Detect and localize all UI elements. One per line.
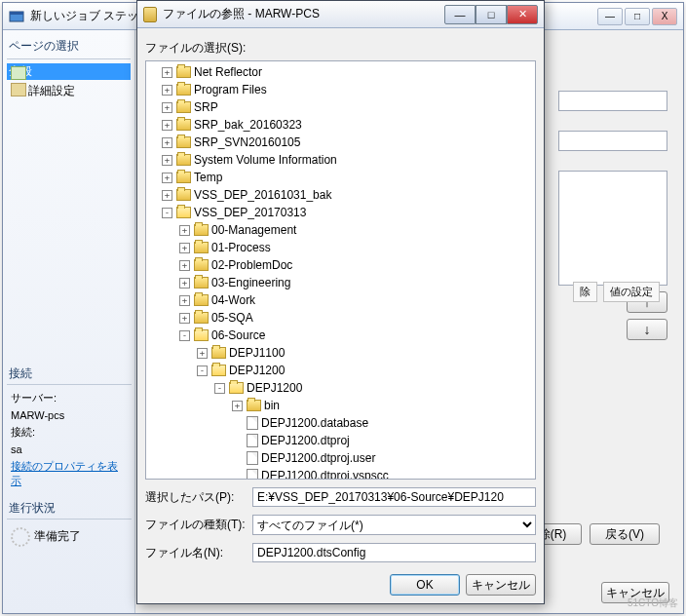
expand-toggle[interactable]: + [179, 225, 190, 236]
expand-toggle[interactable]: - [197, 366, 208, 376]
file-type-label: ファイルの種類(T): [145, 517, 252, 533]
expand-toggle[interactable]: + [179, 278, 190, 289]
tree-node[interactable]: -DEPJ1200 [148, 379, 533, 397]
folder-icon [211, 365, 226, 376]
tree-node-label: VSS_DEP_20161031_bak [194, 187, 331, 203]
file-browse-dialog: ファイルの参照 - MARW-PCS ― □ ✕ ファイルの選択(S): +Ne… [136, 0, 545, 604]
tree-node[interactable]: +Net Reflector [148, 63, 533, 81]
tree-node[interactable]: -DEPJ1200 [148, 362, 533, 379]
folder-icon [176, 101, 191, 113]
tree-node[interactable]: +00-Management [148, 221, 533, 239]
dropdown-2[interactable] [558, 131, 667, 151]
folder-icon [176, 207, 191, 218]
connection-properties-link[interactable]: 接続のプロパティを表示 [11, 460, 118, 486]
tree-node[interactable]: +bin [148, 397, 533, 414]
folder-icon [194, 259, 209, 271]
tree-node[interactable]: -VSS_DEP_20170313 [148, 204, 533, 221]
tree-node-label: 01-Process [211, 240, 271, 255]
dropdown-1[interactable] [558, 91, 667, 111]
tree-node[interactable]: +05-SQA [148, 309, 533, 327]
tree-node[interactable]: DEPJ1200.database [148, 414, 533, 432]
watermark: 51CTO博客 [628, 597, 678, 610]
folder-icon [194, 224, 209, 236]
tree-node[interactable]: -06-Source [148, 327, 533, 344]
expand-toggle[interactable]: + [162, 173, 172, 183]
tree-node[interactable]: +DEPJ1100 [148, 344, 533, 362]
tree-node-label: DEPJ1200.dtproj.user [261, 450, 375, 466]
tree-node[interactable]: +VSS_DEP_20161031_bak [148, 186, 533, 204]
dialog-minimize-button[interactable]: ― [444, 5, 476, 24]
tree-node[interactable]: +04-Work [148, 291, 533, 309]
expand-toggle[interactable]: + [179, 260, 190, 271]
list-box[interactable] [558, 171, 667, 286]
expand-toggle[interactable]: - [214, 383, 225, 394]
tree-node[interactable]: DEPJ1200.dtproj.vspscc [148, 467, 533, 480]
expand-toggle[interactable]: + [179, 313, 190, 324]
folder-icon [176, 189, 191, 201]
sidebar-item-advanced[interactable]: 詳細設定 [7, 80, 131, 102]
dialog-close-button[interactable]: ✕ [507, 5, 538, 24]
minimize-button[interactable]: ― [597, 8, 623, 25]
folder-icon [211, 347, 226, 359]
tree-node[interactable]: +System Volume Information [148, 151, 533, 169]
expand-toggle[interactable]: + [179, 243, 190, 253]
tree-node[interactable]: +SRP [148, 98, 533, 116]
file-type-select[interactable]: すべてのファイル(*) [252, 515, 536, 535]
expand-toggle[interactable]: + [162, 137, 172, 148]
file-name-field[interactable]: DEPJ1200.dtsConfig [252, 543, 536, 562]
expand-toggle[interactable]: + [162, 102, 172, 113]
database-icon [143, 7, 157, 22]
folder-icon [194, 294, 209, 306]
expand-toggle[interactable]: - [179, 330, 190, 341]
sidebar-header: ページの選択 [7, 34, 131, 59]
folder-icon [247, 400, 261, 411]
sidebar: ページの選択 全般 詳細設定 接続 サーバー: MARW-pcs 接続: sa … [3, 30, 135, 613]
server-label: サーバー: [7, 389, 132, 407]
tree-node-label: Temp [194, 170, 222, 185]
tree-node[interactable]: +SRP_bak_20160323 [148, 116, 533, 134]
tree-node[interactable]: +Program Files [148, 81, 533, 98]
parent-title: 新しいジョブ ステップ [30, 8, 150, 24]
cancel-button[interactable]: キャンセル [466, 574, 536, 596]
expand-toggle[interactable]: + [162, 85, 172, 96]
tree-node[interactable]: +01-Process [148, 239, 533, 256]
right-column: ↑ ↓ [558, 91, 667, 346]
folder-icon [176, 119, 191, 131]
tree-node[interactable]: +03-Engineering [148, 274, 533, 291]
tree-node[interactable]: +02-ProblemDoc [148, 256, 533, 274]
selected-path-field[interactable]: E:¥VSS_DEP_20170313¥06-Source¥DEPJ120 [252, 487, 536, 507]
expand-toggle[interactable]: + [162, 120, 172, 131]
tree-node-label: bin [264, 398, 280, 413]
tab-remove[interactable]: 除 [573, 282, 597, 302]
dialog-maximize-button[interactable]: □ [476, 5, 507, 24]
expand-toggle[interactable]: + [162, 190, 172, 201]
folder-tree[interactable]: +Net Reflector+Program Files+SRP+SRP_bak… [145, 60, 536, 480]
tree-node-label: Program Files [194, 82, 267, 97]
tree-node[interactable]: +Temp [148, 169, 533, 186]
connection-panel: 接続 サーバー: MARW-pcs 接続: sa 接続のプロパティを表示 [7, 364, 132, 490]
tab-setvalue[interactable]: 値の設定 [603, 282, 660, 302]
expand-toggle[interactable]: - [162, 208, 172, 218]
dialog-titlebar[interactable]: ファイルの参照 - MARW-PCS ― □ ✕ [137, 1, 544, 28]
ok-button[interactable]: OK [390, 574, 460, 596]
move-down-button[interactable]: ↓ [627, 319, 667, 340]
expand-toggle[interactable]: + [162, 67, 172, 78]
folder-icon [176, 154, 191, 166]
close-button[interactable]: X [652, 8, 677, 25]
maximize-button[interactable]: □ [625, 8, 650, 25]
tree-node-label: System Volume Information [194, 152, 337, 168]
tree-node-label: 05-SQA [211, 310, 253, 326]
tree-node[interactable]: DEPJ1200.dtproj.user [148, 449, 533, 467]
back-button[interactable]: 戻る(V) [590, 523, 660, 545]
folder-icon [176, 84, 191, 96]
sidebar-item-general[interactable]: 全般 [7, 63, 131, 80]
tree-node-label: DEPJ1100 [229, 345, 285, 361]
expand-toggle[interactable]: + [179, 295, 190, 306]
tree-node[interactable]: +SRP_SVN20160105 [148, 134, 533, 151]
expand-toggle[interactable]: + [232, 401, 243, 411]
tree-node-label: 02-ProblemDoc [211, 257, 292, 273]
expand-toggle[interactable]: + [197, 348, 208, 359]
expand-toggle[interactable]: + [162, 155, 172, 166]
progress-header: 進行状況 [7, 498, 132, 520]
tree-node[interactable]: DEPJ1200.dtproj [148, 432, 533, 449]
